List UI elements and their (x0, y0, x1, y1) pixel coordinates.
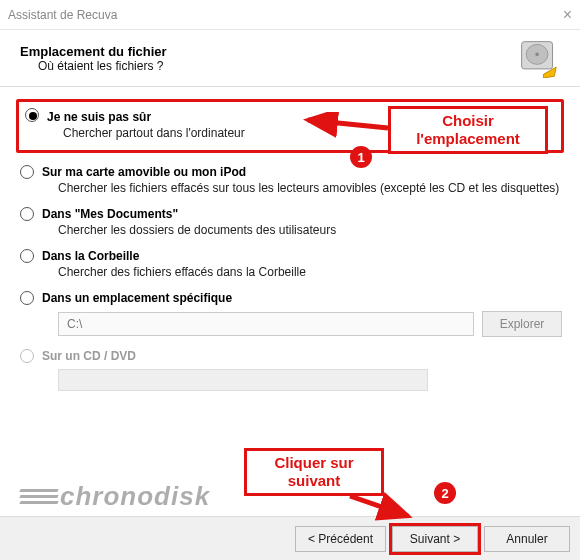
cancel-button[interactable]: Annuler (484, 526, 570, 552)
annotation-badge-1: 1 (350, 146, 372, 168)
radio-icon[interactable] (20, 249, 34, 263)
radio-icon (20, 349, 34, 363)
radio-icon[interactable] (25, 108, 39, 122)
page-title: Emplacement du fichier (20, 44, 167, 59)
option-label: Dans la Corbeille (42, 249, 562, 263)
option-label: Dans "Mes Documents" (42, 207, 562, 221)
titlebar: Assistant de Recuva × (0, 0, 580, 30)
annotation-box-1: Choisir l'emplacement (388, 106, 548, 154)
page-subtitle: Où étaient les fichiers ? (20, 59, 167, 73)
annotation-text: Cliquer sur suivant (253, 454, 375, 490)
annotation-box-2: Cliquer sur suivant (244, 448, 384, 496)
svg-point-2 (535, 53, 539, 57)
option-recycle[interactable]: Dans la Corbeille Chercher des fichiers … (14, 243, 566, 285)
option-removable[interactable]: Sur ma carte amovible ou mon iPod Cherch… (14, 159, 566, 201)
badge-number: 1 (357, 150, 364, 165)
radio-icon[interactable] (20, 165, 34, 179)
option-documents[interactable]: Dans "Mes Documents" Chercher les dossie… (14, 201, 566, 243)
browse-button: Explorer (482, 311, 562, 337)
svg-line-4 (350, 496, 408, 516)
radio-icon[interactable] (20, 291, 34, 305)
back-button[interactable]: < Précédent (295, 526, 386, 552)
badge-number: 2 (441, 486, 448, 501)
option-specific[interactable]: Dans un emplacement spécifique Explorer (14, 285, 566, 343)
wizard-header: Emplacement du fichier Où étaient les fi… (0, 30, 580, 82)
wizard-footer: < Précédent Suivant > Annuler (0, 516, 580, 560)
drive-select (58, 369, 428, 391)
option-label: Sur ma carte amovible ou mon iPod (42, 165, 562, 179)
option-label: Sur un CD / DVD (42, 349, 562, 363)
close-icon[interactable]: × (532, 7, 572, 23)
option-desc: Chercher des fichiers effacés dans la Co… (42, 265, 562, 279)
option-desc: Chercher les fichiers effacés sur tous l… (42, 181, 562, 195)
hdd-icon (516, 38, 560, 78)
watermark: chronodisk (20, 481, 210, 512)
option-cd-dvd: Sur un CD / DVD (14, 343, 566, 397)
annotation-text: Choisir l'emplacement (397, 112, 539, 148)
next-button[interactable]: Suivant > (392, 526, 478, 552)
window-title: Assistant de Recuva (8, 8, 117, 22)
option-desc: Chercher les dossiers de documents des u… (42, 223, 562, 237)
radio-icon[interactable] (20, 207, 34, 221)
watermark-text: chronodisk (60, 481, 210, 511)
path-input (58, 312, 474, 336)
option-label: Dans un emplacement spécifique (42, 291, 562, 305)
annotation-badge-2: 2 (434, 482, 456, 504)
